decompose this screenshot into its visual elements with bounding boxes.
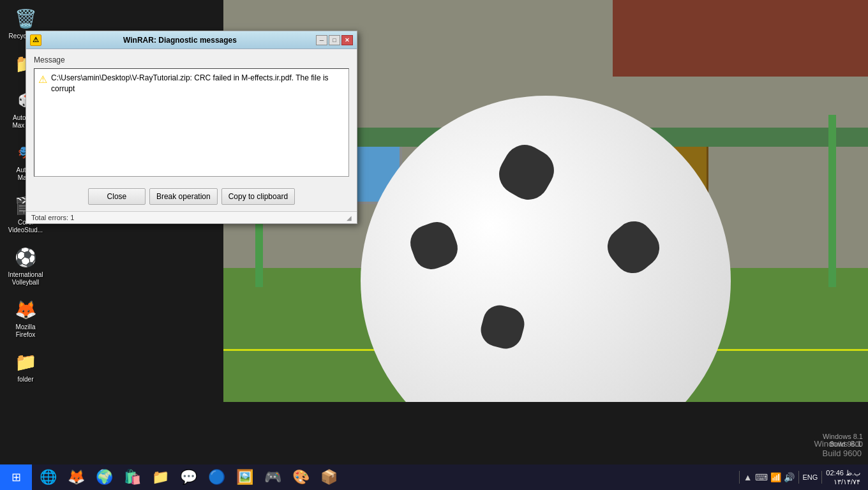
taskbar: ⊞ 🌐 🦊 🌍 🛍️ 📁 💬 🔵 bbox=[0, 464, 868, 490]
taskbar-app-skype[interactable]: 💬 bbox=[175, 465, 202, 489]
taskbar-app-paint[interactable]: 🎨 bbox=[287, 465, 314, 489]
windows-build: Build 9600 bbox=[823, 440, 863, 448]
winrar-dialog: ⚠ WinRAR: Diagnostic messages ─ □ ✕ Mess… bbox=[26, 31, 357, 224]
folder-2-label: folder bbox=[17, 376, 33, 383]
tray-divider-1 bbox=[739, 471, 740, 484]
desktop: 🗑️ Recycle Bin 📁 🎲 Autode...Max 20... 🎭 … bbox=[0, 0, 868, 490]
explorer-icon: 📁 bbox=[152, 469, 169, 486]
tray-network-icon[interactable]: 📶 bbox=[770, 472, 781, 482]
break-operation-button[interactable]: Break operation bbox=[149, 188, 218, 205]
message-row: ⚠ C:\Users\amin\Desktop\V-RayTutorial.zi… bbox=[38, 73, 345, 94]
skype-icon: 💬 bbox=[180, 469, 197, 486]
close-button[interactable]: Close bbox=[88, 188, 146, 205]
folder-2-icon: 📁 bbox=[13, 349, 38, 375]
tray-arrow-icon[interactable]: ▲ bbox=[744, 472, 752, 482]
message-column-header: Message bbox=[34, 56, 349, 64]
app9-icon: 🎮 bbox=[264, 469, 281, 486]
minimize-button[interactable]: ─ bbox=[316, 35, 327, 45]
winrar-icon: 📦 bbox=[320, 469, 338, 486]
chrome-icon: 🌐 bbox=[40, 469, 57, 486]
taskbar-clock[interactable]: 02:46 ب.ظ ۱۳/۱۴/۷۴ bbox=[826, 468, 860, 487]
titlebar-buttons: ─ □ ✕ bbox=[316, 35, 353, 45]
dialog-content: Message ⚠ C:\Users\amin\Desktop\V-RayTut… bbox=[26, 49, 357, 183]
taskbar-app-ie[interactable]: 🌍 bbox=[91, 465, 117, 489]
tray-divider-3 bbox=[821, 471, 822, 484]
paint-icon: 🎨 bbox=[292, 469, 310, 486]
recycle-bin-icon: 🗑️ bbox=[13, 6, 38, 31]
store-icon: 🛍️ bbox=[124, 469, 141, 486]
firefox-taskbar-icon: 🦊 bbox=[68, 469, 85, 486]
copy-to-clipboard-button[interactable]: Copy to clipboard bbox=[221, 188, 295, 205]
start-icon: ⊞ bbox=[11, 470, 21, 484]
icon-mozilla-firefox[interactable]: 🦊 Mozilla Firefox bbox=[3, 294, 49, 341]
taskbar-app-store[interactable]: 🛍️ bbox=[119, 465, 146, 489]
status-bar: Total errors: 1 ◢ bbox=[26, 211, 357, 223]
maximize-button[interactable]: □ bbox=[329, 35, 340, 45]
warning-icon: ⚠ bbox=[38, 73, 47, 85]
system-tray: ▲ ⌨ 📶 🔊 ENG 02:46 ب.ظ ۱۳/۱۴/۷۴ bbox=[735, 468, 863, 487]
message-content: C:\Users\amin\Desktop\V-RayTutorial.zip:… bbox=[51, 73, 345, 94]
pipe-right bbox=[828, 115, 836, 306]
message-list: ⚠ C:\Users\amin\Desktop\V-RayTutorial.zi… bbox=[34, 68, 349, 177]
taskbar-app-explorer[interactable]: 📁 bbox=[147, 465, 174, 489]
taskbar-app-9[interactable]: 🎮 bbox=[259, 465, 286, 489]
tray-lang-label[interactable]: ENG bbox=[803, 473, 818, 481]
ie-icon: 🌍 bbox=[96, 469, 113, 486]
taskbar-app-photoshop[interactable]: 🖼️ bbox=[231, 465, 258, 489]
taskbar-date-display: ۱۳/۱۴/۷۴ bbox=[826, 477, 860, 486]
icon-folder-2[interactable]: 📁 folder bbox=[3, 346, 49, 386]
taskbar-time-display: 02:46 ب.ظ bbox=[826, 468, 860, 477]
windows-build-watermark-text: Build 9600 bbox=[814, 449, 862, 458]
resize-corner-icon: ◢ bbox=[347, 214, 352, 221]
close-titlebar-button[interactable]: ✕ bbox=[341, 35, 353, 45]
titlebar-warning-icon: ⚠ bbox=[30, 34, 41, 46]
int-volleyball-icon: ⚽ bbox=[13, 244, 38, 270]
tray-keyboard-icon[interactable]: ⌨ bbox=[755, 472, 768, 482]
mozilla-firefox-icon: 🦊 bbox=[13, 297, 38, 322]
taskbar-app-7[interactable]: 🔵 bbox=[203, 465, 230, 489]
icon-int-volleyball[interactable]: ⚽ International Volleyball bbox=[3, 242, 49, 289]
dialog-buttons: Close Break operation Copy to clipboard bbox=[26, 183, 357, 211]
dialog-title: WinRAR: Diagnostic messages bbox=[44, 36, 316, 45]
taskbar-app-firefox[interactable]: 🦊 bbox=[63, 465, 89, 489]
roof bbox=[613, 0, 868, 77]
start-button[interactable]: ⊞ bbox=[0, 464, 32, 490]
mozilla-firefox-label: Mozilla Firefox bbox=[5, 323, 46, 339]
taskbar-apps: 🌐 🦊 🌍 🛍️ 📁 💬 🔵 🖼️ bbox=[32, 464, 730, 490]
taskbar-app-chrome[interactable]: 🌐 bbox=[34, 465, 61, 489]
tray-divider-2 bbox=[798, 471, 799, 484]
photoshop-icon: 🖼️ bbox=[236, 469, 253, 486]
taskbar-right: ▲ ⌨ 📶 🔊 ENG 02:46 ب.ظ ۱۳/۱۴/۷۴ bbox=[730, 464, 868, 490]
dialog-titlebar: ⚠ WinRAR: Diagnostic messages ─ □ ✕ bbox=[26, 31, 357, 49]
taskbar-app-winrar[interactable]: 📦 bbox=[315, 465, 342, 489]
windows-version: Windows 8.1 bbox=[823, 433, 863, 440]
windows-info: Windows 8.1 Build 9600 bbox=[823, 433, 868, 448]
tray-volume-icon[interactable]: 🔊 bbox=[784, 472, 795, 482]
app7-icon: 🔵 bbox=[208, 469, 225, 486]
int-volleyball-label: International Volleyball bbox=[5, 271, 46, 286]
total-errors-label: Total errors: 1 bbox=[31, 214, 74, 221]
